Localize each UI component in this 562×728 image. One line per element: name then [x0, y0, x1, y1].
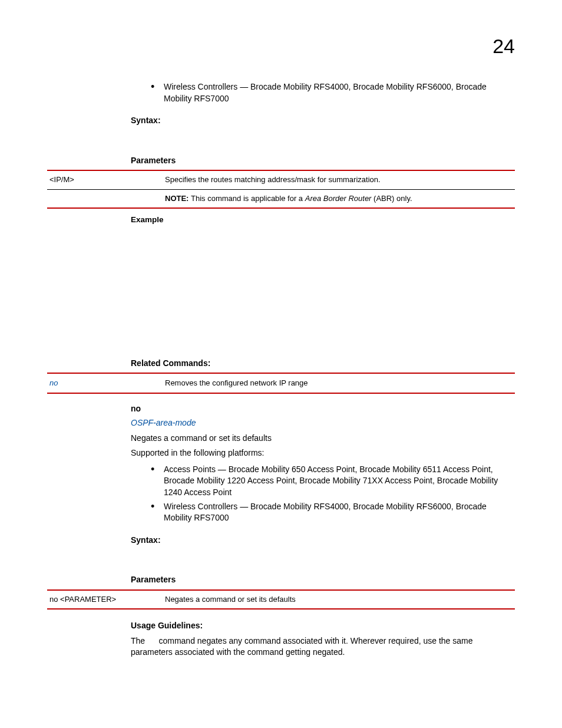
table-cell-note: NOTE: This command is applicable for a A… [165, 189, 515, 208]
related-commands-heading: Related Commands: [131, 358, 515, 370]
related-desc: Removes the configured network IP range [165, 373, 515, 393]
bullet-list-2: Access Points — Brocade Mobility 650 Acc… [131, 464, 515, 524]
command-description: Negates a command or set its defaults [131, 433, 515, 444]
note-text-pre: This command is applicable for a [191, 194, 305, 203]
usage-post: command negates any command associated w… [131, 636, 473, 657]
table-cell-key: <IP/M> [47, 170, 165, 189]
section-1: Wireless Controllers — Brocade Mobility … [131, 81, 515, 166]
syntax-heading-2: Syntax: [131, 535, 515, 546]
table-cell-key: no <PARAMETER> [47, 590, 165, 609]
bullet-prefix: Wireless Controllers — [164, 82, 250, 91]
section-2: no OSPF-area-mode Negates a command or s… [131, 403, 515, 586]
mode-link[interactable]: OSPF-area-mode [131, 417, 515, 429]
page-number: 24 [492, 32, 515, 61]
parameters-table-1: <IP/M> Specifies the routes matching add… [47, 170, 515, 208]
note-text-italic: Area Border Router [305, 194, 372, 203]
example-heading: Example [131, 215, 515, 226]
page: 24 Wireless Controllers — Brocade Mobili… [0, 0, 562, 728]
list-item: Access Points — Brocade Mobility 650 Acc… [164, 464, 515, 499]
parameters-heading: Parameters [131, 155, 515, 167]
syntax-heading: Syntax: [131, 115, 515, 127]
list-item: Wireless Controllers — Brocade Mobility … [164, 81, 515, 104]
parameters-heading-2: Parameters [131, 574, 515, 586]
table-cell-value: Specifies the routes matching address/ma… [165, 170, 515, 189]
supported-platforms-label: Supported in the following platforms: [131, 447, 515, 459]
bullet-list-1: Wireless Controllers — Brocade Mobility … [131, 81, 515, 104]
usage-guidelines-text: The command negates any command associat… [131, 635, 515, 658]
bullet-prefix: Access Points — [164, 465, 229, 474]
related-commands-table: no Removes the configured network IP ran… [47, 373, 515, 394]
usage-pre: The [131, 636, 147, 645]
table-cell-value: Negates a command or set its defaults [165, 590, 515, 609]
list-item: Wireless Controllers — Brocade Mobility … [164, 501, 515, 524]
note-label: NOTE: [165, 194, 191, 203]
note-text-post: (ABR) only. [371, 194, 412, 203]
bullet-prefix: Wireless Controllers — [164, 502, 250, 511]
parameters-table-2: no <PARAMETER> Negates a command or set … [47, 589, 515, 610]
usage-guidelines-heading: Usage Guidelines: [131, 620, 515, 632]
command-title: no [131, 403, 515, 415]
related-link[interactable]: no [47, 373, 165, 393]
